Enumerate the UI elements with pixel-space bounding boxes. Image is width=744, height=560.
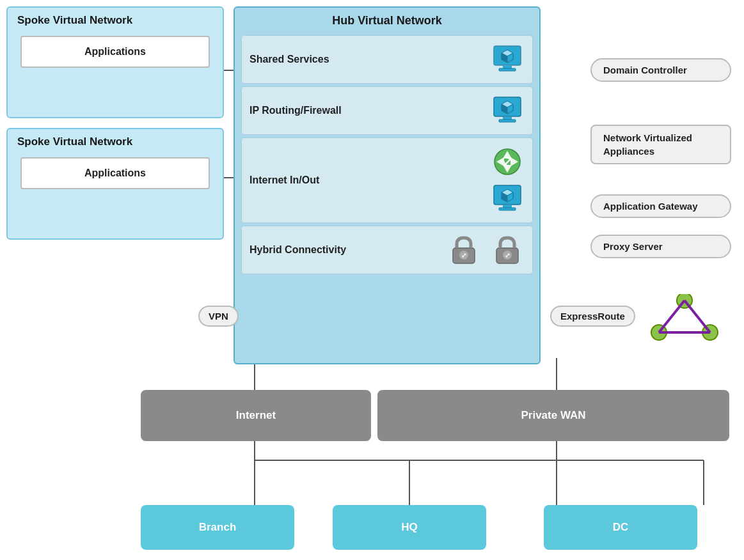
proxy-server-label: Proxy Server: [603, 241, 663, 252]
application-gateway-box: Application Gateway: [590, 194, 731, 218]
svg-rect-41: [499, 208, 516, 210]
monitor-icon-2: [490, 93, 525, 128]
monitor-icon-3: [490, 182, 525, 216]
internet-inout-label: Internet In/Out: [249, 175, 484, 186]
dc-label: DC: [613, 521, 629, 534]
hq-box: HQ: [333, 505, 486, 550]
spoke2-title: Spoke Virtual Network: [8, 129, 223, 152]
hub-vnet: Hub Virtual Network Shared Services: [233, 6, 541, 364]
svg-rect-28: [499, 120, 516, 122]
spoke1-title: Spoke Virtual Network: [8, 8, 223, 31]
hub-row-hybrid: Hybrid Connectivity ⤢: [241, 226, 533, 274]
expressroute-label-text: ExpressRoute: [560, 311, 625, 322]
svg-rect-21: [499, 68, 516, 71]
shared-services-label: Shared Services: [249, 54, 484, 65]
hub-row-internet: Internet In/Out ⤢: [241, 137, 533, 223]
internet-label: Internet: [236, 409, 276, 422]
spoke1-app: Applications: [20, 36, 210, 68]
vpn-label-text: VPN: [209, 311, 228, 322]
nva-label: Network VirtualizedAppliances: [603, 132, 692, 157]
expressroute-label-box: ExpressRoute: [550, 306, 635, 327]
private-wan-box: Private WAN: [377, 390, 729, 441]
domain-controller-box: Domain Controller: [590, 58, 731, 82]
spoke-vnet-1: Spoke Virtual Network Applications: [6, 6, 224, 118]
nva-box: Network VirtualizedAppliances: [590, 125, 731, 164]
monitor-icon-1: [490, 42, 525, 77]
lock-icon-vpn: ⤢: [447, 233, 481, 267]
hybrid-label: Hybrid Connectivity: [249, 244, 440, 256]
domain-controller-label: Domain Controller: [603, 65, 687, 75]
hub-row-shared-services: Shared Services: [241, 35, 533, 84]
hub-row-ip-routing: IP Routing/Firewall: [241, 86, 533, 135]
svg-text:⤢: ⤢: [505, 252, 510, 259]
proxy-server-box: Proxy Server: [590, 235, 731, 258]
hub-title: Hub Virtual Network: [235, 8, 539, 31]
dc-box: DC: [544, 505, 697, 550]
internet-box: Internet: [141, 390, 371, 441]
svg-line-57: [685, 300, 710, 332]
private-wan-label: Private WAN: [521, 409, 585, 422]
spoke-vnet-2: Spoke Virtual Network Applications: [6, 128, 224, 240]
globe-icon: ⤢: [490, 144, 525, 179]
vpn-label-box: VPN: [198, 306, 239, 327]
branch-label: Branch: [199, 521, 237, 534]
svg-line-56: [659, 300, 685, 332]
svg-text:⤢: ⤢: [461, 252, 466, 259]
expressroute-triangle-icon: [646, 294, 723, 348]
ip-routing-label: IP Routing/Firewall: [249, 105, 484, 116]
lock-icon-expressroute: ⤢: [490, 233, 525, 267]
diagram: Spoke Virtual Network Applications Spoke…: [0, 0, 744, 560]
branch-box: Branch: [141, 505, 294, 550]
application-gateway-label: Application Gateway: [603, 201, 698, 212]
spoke2-app: Applications: [20, 157, 210, 189]
hq-label: HQ: [401, 521, 418, 534]
